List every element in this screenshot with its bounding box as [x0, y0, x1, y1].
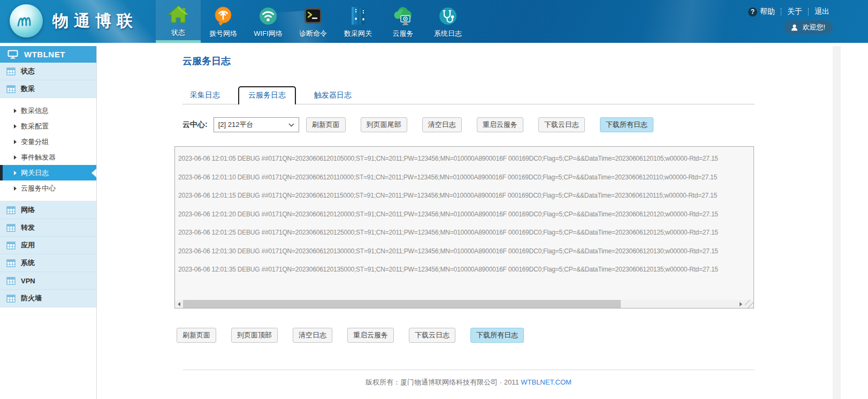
table-icon	[6, 206, 16, 214]
sidebar-item-label: VPN	[21, 277, 35, 285]
table-icon	[6, 224, 16, 232]
footer-divider	[182, 370, 755, 370]
sidebar-item-applications[interactable]: 应用	[0, 237, 96, 254]
nav-label: 拨号网络	[209, 29, 237, 39]
download-cloud-log-button-bottom[interactable]: 下载云日志	[409, 328, 455, 343]
about-label: 关于	[787, 7, 802, 17]
sidebar-subitem-collect-config[interactable]: 数采配置	[0, 118, 96, 134]
clear-log-button-bottom[interactable]: 清空日志	[293, 328, 332, 343]
header-links: ? 帮助 关于 退出	[748, 7, 829, 17]
log-viewer[interactable]: 2023-06-06 12:01:05 DEBUG ##0171QN=20230…	[174, 146, 754, 308]
sidebar-item-vpn[interactable]: VPN	[0, 272, 96, 290]
content-area: 云服务日志 采集日志 云服务日志 触发器日志 云中心: [2] 212平台 刷新…	[174, 46, 755, 387]
log-line: 2023-06-06 12:01:35 DEBUG ##0171QN=20230…	[178, 260, 744, 279]
restart-cloud-service-button-bottom[interactable]: 重启云服务	[347, 328, 394, 343]
log-line: 2023-06-06 12:01:05 DEBUG ##0171QN=20230…	[178, 149, 744, 168]
page: 物通博联 状态	[0, 0, 868, 399]
nav-item-cloud-service[interactable]: 云服务	[380, 0, 425, 43]
sidebar-subitem-variable-groups[interactable]: 变量分组	[0, 134, 96, 149]
caret-right-icon	[14, 186, 17, 191]
log-line: 2023-06-06 12:01:25 DEBUG ##0171QN=20230…	[178, 223, 744, 242]
cloud-service-icon	[391, 4, 415, 28]
scroll-right-arrow[interactable]	[737, 300, 745, 308]
log-line: 2023-06-06 12:01:10 DEBUG ##0171QN=20230…	[178, 168, 744, 187]
horizontal-scrollbar[interactable]	[175, 300, 745, 308]
log-line: 2023-06-06 12:01:20 DEBUG ##0171QN=20230…	[178, 205, 744, 224]
restart-cloud-service-button[interactable]: 重启云服务	[477, 117, 523, 132]
caret-right-icon	[14, 155, 17, 160]
tab-bar: 采集日志 云服务日志 触发器日志	[182, 86, 755, 104]
main-layout: WTBLNET 状态 数采	[0, 46, 868, 399]
table-icon	[6, 67, 16, 76]
sidebar-item-forwarding[interactable]: 转发	[0, 219, 96, 237]
go-page-top-button[interactable]: 到页面顶部	[231, 328, 278, 343]
caret-right-icon	[14, 140, 17, 144]
sidebar-item-system[interactable]: 系统	[0, 254, 96, 272]
nav-item-status[interactable]: 状态	[156, 0, 201, 43]
resize-grip[interactable]	[745, 300, 753, 308]
nav-item-diagnostic-command[interactable]: 诊断命令	[291, 0, 336, 43]
download-all-logs-button-bottom[interactable]: 下载所有日志	[470, 328, 524, 343]
sidebar-item-status[interactable]: 状态	[0, 63, 96, 80]
scrollbar-thumb[interactable]	[183, 300, 621, 308]
cloud-center-selected-value: [2] 212平台	[218, 120, 254, 130]
sidebar-subitem-collect-info[interactable]: 数采信息	[0, 103, 96, 118]
wifi-icon	[256, 4, 280, 28]
chevron-down-icon	[288, 123, 294, 127]
sidebar-item-label: 网络	[21, 205, 35, 215]
sidebar-item-label: 转发	[21, 223, 35, 232]
cloud-center-select[interactable]: [2] 212平台	[214, 117, 299, 132]
sidebar-item-label: 数采	[21, 84, 35, 94]
help-link[interactable]: ? 帮助	[748, 7, 775, 17]
welcome-badge[interactable]: 欢迎您!	[785, 20, 833, 34]
nav-label: 诊断命令	[299, 29, 327, 39]
bottom-toolbar: 刷新页面 到页面顶部 清空日志 重启云服务 下载云日志 下载所有日志	[177, 328, 755, 343]
scroll-left-arrow[interactable]	[175, 300, 183, 308]
log-lines: 2023-06-06 12:01:05 DEBUG ##0171QN=20230…	[178, 149, 744, 299]
nav-label: WIFI网络	[254, 29, 282, 39]
sidebar-item-label: 系统	[21, 258, 35, 268]
sidebar-subitem-gateway-log[interactable]: 网关日志	[0, 165, 96, 180]
sidebar-subitem-label: 数采配置	[21, 122, 49, 131]
question-icon: ?	[748, 7, 757, 17]
tab-cloud-service-log[interactable]: 云服务日志	[238, 86, 296, 104]
nav-item-data-gateway[interactable]: 数采网关	[336, 0, 380, 43]
tab-collect-log[interactable]: 采集日志	[182, 87, 227, 104]
brand: 物通博联	[10, 4, 138, 37]
page-scrollbar[interactable]	[833, 46, 841, 399]
caret-right-icon	[14, 124, 17, 129]
copyright-text: 版权所有：厦门物通博联网络科技有限公司 · 2011	[366, 378, 519, 386]
sidebar-item-data-collection[interactable]: 数采	[0, 80, 96, 98]
go-page-bottom-button[interactable]: 到页面尾部	[361, 117, 407, 132]
download-cloud-log-button[interactable]: 下载云日志	[538, 117, 585, 132]
footer-link[interactable]: WTBLNET.COM	[521, 378, 572, 386]
nav-item-system-log[interactable]: 系统日志	[425, 0, 470, 43]
separator	[808, 8, 809, 16]
log-line: 2023-06-06 12:01:30 DEBUG ##0171QN=20230…	[178, 242, 744, 261]
gateway-icon	[346, 4, 370, 28]
caret-right-icon	[14, 109, 17, 113]
top-nav: 状态 拨号网络	[156, 0, 470, 43]
sidebar-subitem-event-trigger[interactable]: 事件触发器	[0, 149, 96, 165]
sidebar-subitem-label: 云服务中心	[21, 184, 56, 193]
refresh-page-button[interactable]: 刷新页面	[306, 117, 346, 132]
nav-item-dial-network[interactable]: 拨号网络	[201, 0, 246, 43]
download-all-logs-button[interactable]: 下载所有日志	[600, 117, 653, 132]
welcome-text: 欢迎您!	[802, 22, 825, 32]
sidebar-subitem-cloud-center[interactable]: 云服务中心	[0, 180, 96, 196]
about-link[interactable]: 关于	[787, 7, 802, 17]
sidebar-item-network[interactable]: 网络	[0, 201, 96, 219]
refresh-page-button-bottom[interactable]: 刷新页面	[177, 328, 216, 343]
sidebar-subitem-label: 变量分组	[21, 137, 49, 147]
scrollbar-track[interactable]	[183, 300, 737, 308]
sidebar-item-firewall[interactable]: 防火墙	[0, 290, 96, 307]
logout-link[interactable]: 退出	[814, 7, 829, 17]
nav-label: 数采网关	[344, 29, 372, 39]
sidebar-header: WTBLNET	[0, 46, 96, 63]
tab-trigger-log[interactable]: 触发器日志	[307, 87, 359, 104]
clear-log-button[interactable]: 清空日志	[422, 117, 462, 132]
help-label: 帮助	[760, 7, 775, 17]
nav-item-wifi-network[interactable]: WIFI网络	[246, 0, 291, 43]
page-title: 云服务日志	[182, 55, 755, 67]
sidebar-item-label: 应用	[21, 240, 35, 250]
